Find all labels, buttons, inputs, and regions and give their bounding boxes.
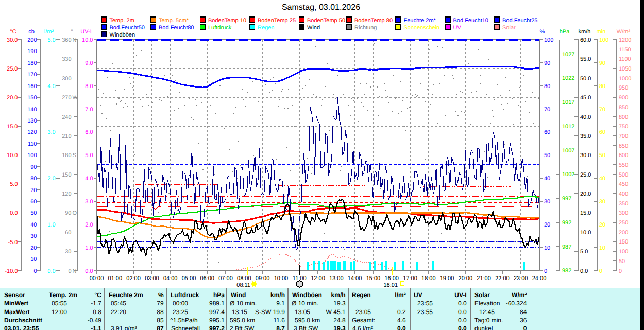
svg-text:1.0: 1.0 bbox=[85, 245, 93, 251]
svg-text:60: 60 bbox=[65, 230, 71, 236]
svg-text:00:00: 00:00 bbox=[90, 275, 104, 282]
svg-text:160: 160 bbox=[27, 83, 37, 90]
svg-text:Windböen: Windböen bbox=[110, 32, 135, 38]
svg-text:7.0: 7.0 bbox=[85, 107, 93, 113]
svg-text:13:05: 13:05 bbox=[295, 308, 310, 316]
svg-text:12:45: 12:45 bbox=[479, 308, 495, 316]
svg-text:30: 30 bbox=[599, 199, 605, 205]
svg-text:800: 800 bbox=[619, 114, 628, 120]
svg-text:%: % bbox=[540, 29, 545, 35]
svg-text:2 Bft SW: 2 Bft SW bbox=[230, 325, 255, 330]
svg-text:90: 90 bbox=[599, 60, 605, 66]
svg-text:190: 190 bbox=[27, 48, 37, 55]
svg-text:700: 700 bbox=[619, 133, 628, 140]
svg-text:100: 100 bbox=[619, 249, 628, 255]
svg-text:1000: 1000 bbox=[619, 76, 631, 82]
svg-text:0: 0 bbox=[68, 268, 71, 274]
svg-text:3.0: 3.0 bbox=[47, 129, 55, 135]
svg-text:88: 88 bbox=[157, 308, 164, 316]
svg-text:85: 85 bbox=[157, 317, 164, 324]
svg-text:17:00: 17:00 bbox=[403, 275, 417, 282]
svg-text:450: 450 bbox=[619, 181, 628, 187]
svg-text:30: 30 bbox=[65, 249, 71, 255]
svg-text:08:00: 08:00 bbox=[237, 275, 251, 282]
svg-text:25.0: 25.0 bbox=[7, 66, 18, 72]
svg-text:01:00: 01:00 bbox=[108, 275, 123, 282]
svg-text:0.0: 0.0 bbox=[47, 268, 55, 274]
svg-text:24.8: 24.8 bbox=[333, 317, 346, 324]
svg-text:170: 170 bbox=[27, 72, 37, 78]
svg-text:16:01: 16:01 bbox=[383, 282, 398, 288]
svg-text:850: 850 bbox=[619, 105, 628, 111]
svg-text:987: 987 bbox=[562, 244, 571, 250]
svg-text:140: 140 bbox=[27, 107, 37, 113]
svg-text:-1.1: -1.1 bbox=[91, 325, 101, 330]
svg-text:110: 110 bbox=[28, 141, 37, 147]
svg-text:595.0 km: 595.0 km bbox=[295, 317, 320, 324]
svg-text:°: ° bbox=[71, 29, 73, 35]
svg-text:min: min bbox=[597, 29, 606, 35]
svg-text:40: 40 bbox=[599, 176, 605, 182]
svg-text:0: 0 bbox=[33, 268, 37, 274]
svg-text:°C: °C bbox=[10, 29, 16, 35]
svg-text:6.0: 6.0 bbox=[85, 129, 93, 135]
svg-text:2.0: 2.0 bbox=[47, 176, 55, 182]
svg-text:21:00: 21:00 bbox=[477, 275, 491, 282]
svg-text:30.0: 30.0 bbox=[580, 152, 591, 159]
svg-text:Gesamt:: Gesamt: bbox=[352, 317, 375, 324]
svg-text:80: 80 bbox=[599, 83, 605, 90]
svg-text:300: 300 bbox=[62, 76, 71, 82]
svg-text:750: 750 bbox=[619, 124, 628, 130]
svg-text:0: 0 bbox=[544, 268, 547, 274]
svg-text:19:00: 19:00 bbox=[440, 275, 454, 282]
svg-text:dunkel: dunkel bbox=[474, 325, 493, 330]
svg-text:08:11: 08:11 bbox=[236, 282, 250, 288]
svg-text:km/h: km/h bbox=[270, 291, 285, 299]
svg-text:989.1: 989.1 bbox=[209, 300, 225, 307]
svg-text:Durchschnitt: Durchschnitt bbox=[4, 317, 42, 324]
svg-text:Regen: Regen bbox=[258, 25, 274, 31]
svg-text:90: 90 bbox=[65, 210, 71, 216]
svg-text:hPa: hPa bbox=[213, 291, 225, 299]
svg-text:70: 70 bbox=[544, 107, 550, 113]
svg-text:5.0: 5.0 bbox=[47, 37, 55, 43]
svg-text:13:15: 13:15 bbox=[232, 308, 247, 316]
svg-text:-10.0: -10.0 bbox=[5, 268, 18, 274]
svg-text:1150: 1150 bbox=[619, 47, 631, 53]
svg-text:O: O bbox=[73, 210, 77, 216]
svg-text:UV-I: UV-I bbox=[80, 29, 91, 35]
svg-text:05:55: 05:55 bbox=[52, 300, 67, 307]
svg-text:50: 50 bbox=[30, 210, 37, 216]
svg-text:Tag:0 min.: Tag:0 min. bbox=[474, 317, 503, 324]
svg-text:60: 60 bbox=[544, 129, 550, 135]
svg-text:0.0: 0.0 bbox=[85, 268, 93, 274]
svg-text:40.0: 40.0 bbox=[580, 114, 591, 120]
svg-text:%: % bbox=[158, 291, 164, 299]
svg-text:1007: 1007 bbox=[562, 148, 574, 154]
svg-text:19.3: 19.3 bbox=[333, 300, 346, 307]
svg-text:-60.324: -60.324 bbox=[506, 300, 527, 307]
svg-text:-1.7: -1.7 bbox=[91, 300, 101, 307]
svg-text:Sonnenschein: Sonnenschein bbox=[404, 25, 440, 31]
svg-text:210: 210 bbox=[62, 133, 71, 140]
svg-text:Luftdruck: Luftdruck bbox=[171, 291, 199, 299]
svg-text:20: 20 bbox=[30, 245, 37, 251]
svg-text:150: 150 bbox=[62, 172, 71, 178]
svg-text:500: 500 bbox=[619, 172, 628, 178]
svg-text:10.0: 10.0 bbox=[82, 37, 93, 43]
svg-text:120: 120 bbox=[62, 191, 71, 197]
svg-text:79: 79 bbox=[157, 300, 164, 307]
svg-text:30: 30 bbox=[544, 199, 550, 205]
svg-text:5.0: 5.0 bbox=[580, 249, 588, 255]
svg-text:1050: 1050 bbox=[619, 66, 631, 72]
svg-text:30.0: 30.0 bbox=[7, 37, 18, 43]
svg-text:87: 87 bbox=[157, 325, 164, 330]
svg-text:06:00: 06:00 bbox=[200, 275, 214, 282]
svg-text:5.0: 5.0 bbox=[85, 152, 93, 159]
svg-text:Solar: Solar bbox=[474, 291, 490, 299]
svg-text:10: 10 bbox=[30, 256, 37, 263]
svg-text:Windböen: Windböen bbox=[292, 291, 322, 299]
svg-text:130: 130 bbox=[27, 118, 37, 124]
svg-text:0.0: 0.0 bbox=[458, 300, 467, 307]
svg-text:18:00: 18:00 bbox=[421, 275, 436, 282]
